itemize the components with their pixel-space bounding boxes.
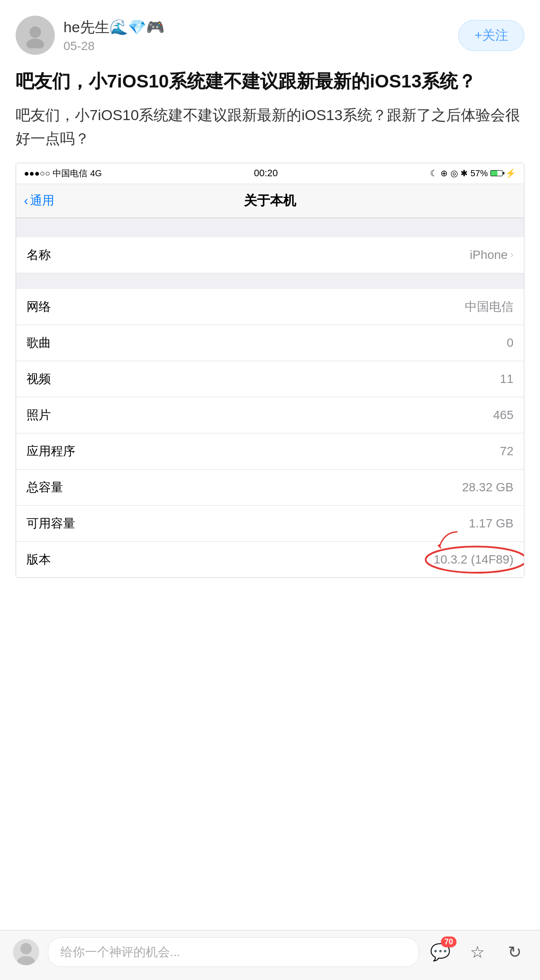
version-value-wrapper: 10.3.2 (14F89) <box>433 553 513 567</box>
row-label: 照片 <box>27 407 51 423</box>
svg-point-5 <box>20 943 32 954</box>
row-label: 歌曲 <box>27 335 51 351</box>
bottom-icons: 💬 70 ☆ ↻ <box>428 940 527 964</box>
row-value: 11 <box>500 372 513 386</box>
bottom-avatar <box>13 939 39 965</box>
row-value: 28.32 GB <box>462 480 513 494</box>
table-row[interactable]: 网络 中国电信 <box>16 289 524 325</box>
author-name[interactable]: he先生🌊💎🎮 <box>63 17 164 37</box>
author-info: he先生🌊💎🎮 05-28 <box>63 17 164 53</box>
share-icon[interactable]: ↻ <box>503 940 527 964</box>
table-row[interactable]: 总容量 28.32 GB <box>16 470 524 506</box>
comment-badge: 70 <box>441 936 457 947</box>
ios-status-bar: ●●●○○ 中国电信 4G 00:20 ☾ ⊕ ◎ ✱ 57% ⚡ <box>16 163 524 184</box>
section-header-top <box>16 218 524 237</box>
row-label: 网络 <box>27 299 51 315</box>
back-chevron-icon: ‹ <box>24 193 28 208</box>
battery-pct: 57% <box>470 168 488 178</box>
comment-icon[interactable]: 💬 70 <box>428 940 452 964</box>
status-left: ●●●○○ 中国电信 4G <box>24 168 102 179</box>
nav-title: 关于本机 <box>244 192 296 210</box>
row-label: 可用容量 <box>27 515 75 532</box>
charging-icon: ⚡ <box>505 168 516 178</box>
avatar[interactable] <box>16 16 55 55</box>
row-value: 0 <box>507 336 513 350</box>
screenshot-container: ●●●○○ 中国电信 4G 00:20 ☾ ⊕ ◎ ✱ 57% ⚡ ‹ 通用 关… <box>16 163 524 578</box>
back-button[interactable]: ‹ 通用 <box>24 192 54 209</box>
bluetooth-icon: ✱ <box>460 168 468 178</box>
row-value: iPhone › <box>470 248 513 262</box>
annotation-circle-icon <box>424 545 524 574</box>
svg-point-0 <box>30 27 41 38</box>
row-label: 视频 <box>27 371 51 387</box>
comment-input[interactable]: 给你一个神评的机会... <box>48 937 419 967</box>
post-body: 吧友们，小7iOS10系统建不建议跟新最新的iOS13系统？跟新了之后体验会很好… <box>0 103 540 163</box>
back-label: 通用 <box>30 192 54 209</box>
row-label: 名称 <box>27 247 51 263</box>
bottom-bar: 给你一个神评的机会... 💬 70 ☆ ↻ <box>0 930 540 980</box>
ios-nav-bar: ‹ 通用 关于本机 <box>16 184 524 218</box>
row-value: 465 <box>493 408 513 422</box>
chevron-right-icon: › <box>510 249 513 261</box>
signal-dots: ●●●○○ <box>24 168 50 178</box>
status-right: ☾ ⊕ ◎ ✱ 57% ⚡ <box>430 168 516 178</box>
row-value: 72 <box>500 444 513 458</box>
row-label: 版本 <box>27 551 51 568</box>
table-row[interactable]: 照片 465 <box>16 397 524 433</box>
version-row[interactable]: 版本 10.3.2 (14F89) <box>16 542 524 577</box>
table-row[interactable]: 名称 iPhone › <box>16 237 524 273</box>
post-title: 吧友们，小7iOS10系统建不建议跟新最新的iOS13系统？ <box>0 62 540 103</box>
table-row[interactable]: 视频 11 <box>16 361 524 397</box>
table-row[interactable]: 应用程序 72 <box>16 433 524 470</box>
battery-icon <box>490 170 503 176</box>
author-section: he先生🌊💎🎮 05-28 <box>16 16 164 55</box>
status-time: 00:20 <box>254 168 278 179</box>
follow-button[interactable]: +关注 <box>458 20 524 51</box>
alarm-icon: ◎ <box>450 168 458 178</box>
section-divider-1 <box>16 273 524 289</box>
row-value: 中国电信 <box>465 299 513 315</box>
row-label: 总容量 <box>27 479 63 496</box>
location-icon: ⊕ <box>440 168 448 178</box>
moon-icon: ☾ <box>430 168 438 178</box>
star-icon[interactable]: ☆ <box>465 940 490 964</box>
table-row[interactable]: 歌曲 0 <box>16 325 524 361</box>
carrier: 中国电信 <box>53 168 87 179</box>
post-header: he先生🌊💎🎮 05-28 +关注 <box>0 0 540 62</box>
row-value: 1.17 GB <box>469 517 513 530</box>
network-type: 4G <box>90 168 102 178</box>
post-date: 05-28 <box>63 39 164 53</box>
svg-point-1 <box>27 39 44 48</box>
row-label: 应用程序 <box>27 443 75 460</box>
svg-point-3 <box>426 547 524 573</box>
